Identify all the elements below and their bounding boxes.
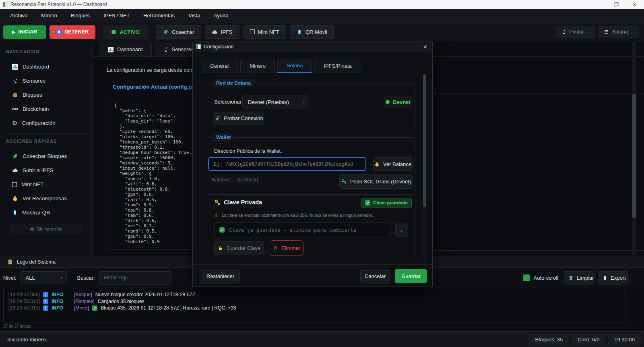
wallet-address-input[interactable]	[208, 157, 366, 171]
check-icon: ✓	[219, 227, 225, 233]
action-ver-recompensas[interactable]: Ver Recompensas	[0, 191, 92, 206]
stop-button[interactable]: DETENER	[50, 25, 95, 39]
footer-divider	[193, 264, 432, 265]
menu-archivo[interactable]: Archivo	[3, 9, 34, 23]
statusbar: Iniciando minero... Bloques: 35 Ciclo: 6…	[0, 331, 644, 347]
tab-minero[interactable]: Minero	[240, 59, 275, 73]
main-tabbar: Dashboard Sensores	[99, 42, 203, 56]
phone-icon	[12, 210, 18, 216]
test-connection-button[interactable]: Probar Conexión	[214, 112, 264, 125]
tab-solana[interactable]: Solana	[277, 59, 312, 73]
settings-dialog: Configuración ✕ General Minero Solana IP…	[192, 42, 433, 287]
cancel-button[interactable]: Cancelar	[360, 269, 390, 283]
main-scrollbar-thumb[interactable]	[632, 94, 636, 218]
status-blocks: Bloques: 35	[529, 334, 569, 345]
dialog-titlebar: Configuración ✕	[193, 42, 432, 52]
status-dot-icon	[111, 30, 116, 34]
leaf-icon	[163, 29, 169, 35]
menu-minero[interactable]: Minero	[34, 9, 64, 23]
sidebar-item-sensores[interactable]: Sensores	[0, 74, 92, 88]
key-saved-badge: ✓ Clave guardada	[361, 198, 412, 208]
faucet-icon	[341, 179, 347, 185]
cloud-icon	[212, 29, 218, 35]
sidebar-item-configuracion[interactable]: ⚙ Configuración	[0, 116, 92, 130]
level-select[interactable]: ALL ▾	[20, 271, 67, 284]
reset-button[interactable]: Restablecer	[201, 269, 240, 283]
tab-dashboard[interactable]: Dashboard	[99, 42, 152, 56]
gear-icon: ⚙	[12, 120, 17, 126]
dialog-close-button[interactable]: ✕	[418, 44, 432, 50]
key-icon	[214, 199, 221, 206]
status-cycle: Ciclo: 6/0	[572, 334, 605, 345]
close-button[interactable]: ✕	[625, 0, 644, 9]
menu-herramientas[interactable]: Herramientas	[136, 9, 182, 23]
menu-bloques[interactable]: Bloques	[64, 9, 97, 23]
qr-mobile-button[interactable]: QR Móvil	[290, 25, 334, 39]
reveal-key-button[interactable]: :	[395, 223, 408, 237]
trash-icon	[273, 245, 278, 251]
info-icon: i	[43, 299, 48, 304]
autoscroll-label: Auto-scroll	[534, 275, 558, 281]
maximize-button[interactable]: ❐	[607, 0, 625, 9]
actions-section-title: ACCIONES RÁPIDAS	[6, 139, 92, 143]
info-icon: i	[43, 305, 48, 311]
private-key-input[interactable]: ✓ Clave ya guardada — elimina para cambi…	[214, 222, 390, 237]
airdrop-button[interactable]: Pedir SOL Gratis (Devnet)	[339, 175, 413, 189]
offline-dot-icon	[30, 227, 34, 231]
warning-icon: ⚠	[214, 212, 218, 218]
application-window: Resonancia Éter Protocol v1.0 — Dashboar…	[0, 0, 644, 347]
clear-logs-button[interactable]: Limpiar	[564, 271, 594, 285]
network-select[interactable]: Devnet (Pruebas) ▾	[242, 96, 309, 108]
view-balance-button[interactable]: Ver Balance	[373, 157, 413, 171]
config-info-text: La configuración se carga desde config.j	[107, 67, 193, 73]
frame-icon	[250, 29, 255, 34]
tab-ipfs-pinata[interactable]: IPFS/Pinata	[314, 59, 361, 73]
menubar: Archivo Minero Bloques IPFS / NFT Herram…	[0, 9, 644, 23]
action-mostrar-qr[interactable]: Mostrar QR	[0, 206, 92, 220]
action-subir-ipfs[interactable]: Subir a IPFS	[0, 163, 92, 177]
leaf-icon	[12, 153, 18, 159]
mint-nft-button[interactable]: Mint NFT	[243, 25, 286, 39]
menu-ayuda[interactable]: Ayuda	[207, 9, 235, 23]
tab-general[interactable]: General	[201, 59, 238, 73]
ipfs-button[interactable]: IPFS	[205, 25, 239, 39]
start-button[interactable]: ▶ INICIAR	[3, 25, 46, 39]
dialog-scrollbar-thumb[interactable]	[423, 74, 426, 207]
autoscroll-checkbox[interactable]	[523, 274, 530, 281]
sidebar-item-blockchain[interactable]: Blockchain	[0, 102, 92, 116]
moneybag-icon	[12, 195, 18, 202]
solana-status-chip: Solana: --	[599, 26, 639, 38]
log-entry: [19:29:57.969] i INFO [Bloque] Nuevo blo…	[8, 291, 620, 298]
window-title: Resonancia Éter Protocol v1.0 — Dashboar…	[10, 2, 107, 7]
delete-key-button[interactable]: Eliminar	[270, 240, 303, 256]
dialog-scrollbar-track[interactable]	[423, 74, 426, 262]
action-cosechar-bloques[interactable]: Cosechar Bloques	[0, 149, 92, 163]
nav-section-title: NAVEGACIÓN	[6, 49, 92, 54]
log-entry: [19:29:58.013] i INFO [Bloques] Cargados…	[8, 298, 620, 305]
sidebar-item-dashboard[interactable]: Dashboard	[0, 60, 92, 74]
pinata-status-chip: Pinata: --	[555, 26, 595, 38]
private-key-warning: La clave se encripta localmente con AES-…	[222, 213, 373, 218]
check-icon: ✓	[92, 305, 97, 311]
wallet-divider	[208, 194, 413, 195]
frame-icon	[12, 182, 17, 187]
trash-icon	[568, 275, 574, 281]
save-button[interactable]: Guardar	[395, 269, 427, 283]
sidebar-item-bloques[interactable]: Bloques	[0, 88, 92, 102]
save-key-button[interactable]: Guardar Clave	[214, 241, 264, 255]
action-mint-nft[interactable]: Mint NFT	[0, 177, 92, 191]
level-label: Nivel:	[3, 275, 17, 281]
satellite-icon	[12, 78, 18, 84]
export-logs-button[interactable]: Export	[598, 271, 628, 285]
status-clock: 19:30:00	[608, 334, 641, 345]
main-scrollbar-track[interactable]	[632, 42, 636, 255]
network-group: Red de Solana Seleccionar red: Devnet (P…	[207, 83, 415, 128]
log-filter-input[interactable]	[99, 271, 171, 285]
menu-ipfs-nft[interactable]: IPFS / NFT	[97, 9, 136, 23]
log-entry: [19:29:58.015] i INFO [Miner] ✓ Bloque #…	[8, 305, 620, 312]
app-icon	[196, 44, 201, 49]
menu-vista[interactable]: Vista	[182, 9, 207, 23]
minimize-button[interactable]: –	[588, 0, 607, 9]
harvest-button[interactable]: Cosechar	[156, 25, 201, 39]
network-status-chip: Devnet	[384, 96, 413, 108]
